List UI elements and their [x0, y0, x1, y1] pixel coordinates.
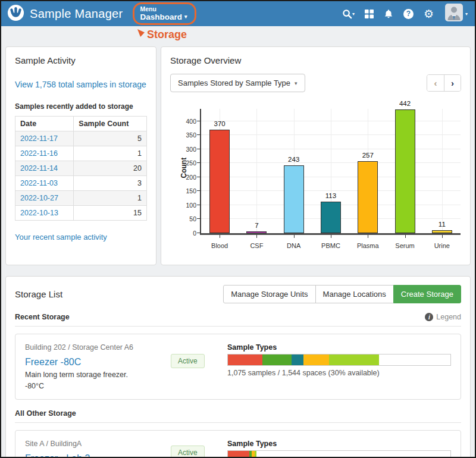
gridline	[442, 109, 443, 233]
capacity-bar	[227, 354, 451, 366]
apps-grid-icon[interactable]	[365, 10, 374, 18]
x-tick	[220, 235, 220, 238]
callout-arrow-icon	[137, 29, 146, 41]
date-cell: 2022-10-13	[15, 206, 74, 221]
chart-type-dropdown[interactable]: Samples Stored by Sample Type ▾	[170, 74, 305, 92]
bar-serum[interactable]	[395, 109, 415, 233]
x-tick	[294, 235, 295, 238]
bell-icon[interactable]	[384, 9, 393, 19]
recent-activity-link[interactable]: Your recent sample activity	[15, 233, 147, 241]
create-storage-button[interactable]: Create Storage	[393, 285, 461, 303]
breadcrumb[interactable]: Site A / BuildingA	[25, 440, 171, 448]
labkey-logo-icon	[7, 4, 24, 24]
x-tick	[368, 235, 368, 238]
x-tick-label: Urine	[424, 242, 461, 249]
freezer-80c-link[interactable]: Freezer -80C	[25, 357, 81, 368]
legend-toggle[interactable]: i Legend	[425, 313, 461, 321]
date-link[interactable]: 2022-11-16	[20, 149, 58, 158]
bar-urine[interactable]	[432, 230, 452, 233]
bar-chart: Count 050100150200250300350400370Blood7C…	[200, 109, 461, 235]
capacity-segment	[262, 355, 292, 365]
x-tick-label: Plasma	[349, 242, 386, 249]
bar-pbmc[interactable]	[321, 202, 341, 233]
x-tick-label: PBMC	[312, 242, 349, 249]
freezer-description: Main long term storage freezer.	[25, 371, 171, 379]
app-title: Sample Manager	[30, 7, 123, 21]
date-cell: 2022-11-17	[15, 131, 74, 146]
bar-dna[interactable]	[284, 165, 304, 233]
storage-overview-title: Storage Overview	[170, 55, 461, 65]
date-cell: 2022-11-14	[15, 161, 74, 176]
breadcrumb[interactable]: Building 202 / Storage Center A6	[25, 343, 171, 352]
date-cell: 2022-10-27	[15, 191, 74, 206]
column-header-sample-count: Sample Count	[74, 117, 147, 131]
sample-count-cell: 3	[74, 176, 147, 191]
search-icon[interactable]: ▾	[342, 9, 355, 19]
gridline	[256, 109, 257, 233]
y-tick-label: 400	[176, 118, 196, 125]
y-tick	[197, 177, 200, 177]
menu-highlight: Menu Dashboard▾	[133, 2, 196, 26]
search-caret-icon: ▾	[352, 11, 355, 17]
date-link[interactable]: 2022-10-13	[20, 209, 58, 217]
avatar	[445, 4, 463, 24]
bar-value-label: 370	[201, 120, 238, 127]
sample-activity-panel: Sample Activity View 1,758 total samples…	[5, 46, 156, 265]
sample-table-body: 2022-11-1752022-11-1612022-11-14202022-1…	[15, 131, 147, 221]
capacity-segment	[228, 451, 249, 458]
table-row: 2022-11-175	[15, 131, 147, 146]
y-tick-label: 350	[176, 131, 196, 139]
chart-slot-blood: 370Blood	[201, 109, 238, 233]
sample-count-cell: 1	[74, 146, 147, 161]
date-link[interactable]: 2022-11-14	[20, 164, 58, 172]
help-icon[interactable]: ?	[403, 9, 414, 19]
legend-label: Legend	[436, 313, 461, 321]
all-other-storage-label: All Other Storage	[15, 409, 76, 418]
chart-next-button[interactable]: ›	[444, 75, 461, 91]
gear-icon[interactable]: ⚙	[424, 8, 434, 20]
storage-actions: Manage Storage Units Manage Locations Cr…	[223, 285, 461, 303]
date-link[interactable]: 2022-11-03	[20, 179, 58, 187]
recent-samples-table: Date Sample Count 2022-11-1752022-11-161…	[15, 116, 147, 221]
status-badge: Active	[171, 354, 205, 368]
status-badge: Active	[171, 446, 205, 458]
bar-blood[interactable]	[209, 130, 230, 233]
sample-types-label: Sample Types	[227, 343, 451, 352]
chart-slot-plasma: 257Plasma	[349, 109, 386, 233]
y-tick	[197, 205, 200, 205]
chart-slot-pbmc: 113PBMC	[312, 109, 349, 233]
chart-slot-urine: 11Urine	[424, 109, 461, 233]
bar-csf[interactable]	[246, 231, 267, 233]
user-menu[interactable]: ▾	[445, 4, 468, 24]
sample-count-cell: 20	[74, 161, 147, 176]
header-icons: ▾ ? ⚙ ▾	[342, 4, 468, 24]
sample-count-cell: 15	[74, 206, 147, 221]
manage-locations-button[interactable]: Manage Locations	[315, 285, 394, 303]
avatar-caret-icon: ▾	[465, 11, 468, 17]
capacity-bar	[227, 450, 451, 458]
info-icon: i	[425, 313, 433, 321]
chart-prev-button[interactable]: ‹	[427, 75, 444, 91]
total-samples-link[interactable]: View 1,758 total samples in storage	[15, 80, 147, 89]
menu-current-page: Dashboard	[140, 12, 183, 21]
x-tick	[331, 235, 331, 238]
menu-label: Menu	[140, 5, 187, 12]
main-menu-button[interactable]: Menu Dashboard▾	[140, 5, 187, 22]
freezer-lab3-link[interactable]: Freezer - Lab 3	[25, 453, 90, 458]
app-logo[interactable]: Sample Manager	[7, 4, 123, 24]
date-link[interactable]: 2022-11-17	[20, 134, 58, 143]
y-tick	[197, 190, 200, 191]
freezer-temperature: -80°C	[25, 382, 171, 390]
date-link[interactable]: 2022-10-27	[20, 194, 58, 202]
capacity-segment	[303, 355, 329, 365]
table-row: 2022-11-161	[15, 146, 147, 161]
chart-slot-dna: 243DNA	[275, 109, 312, 233]
bar-value-label: 243	[275, 156, 312, 163]
manage-storage-units-button[interactable]: Manage Storage Units	[223, 285, 315, 303]
x-tick	[256, 235, 257, 238]
chevron-down-icon: ▾	[295, 80, 298, 86]
chevron-down-icon: ▾	[184, 14, 187, 20]
bar-plasma[interactable]	[358, 161, 378, 233]
recent-storage-label: Recent Storage	[15, 313, 70, 321]
sample-activity-title: Sample Activity	[15, 55, 147, 65]
